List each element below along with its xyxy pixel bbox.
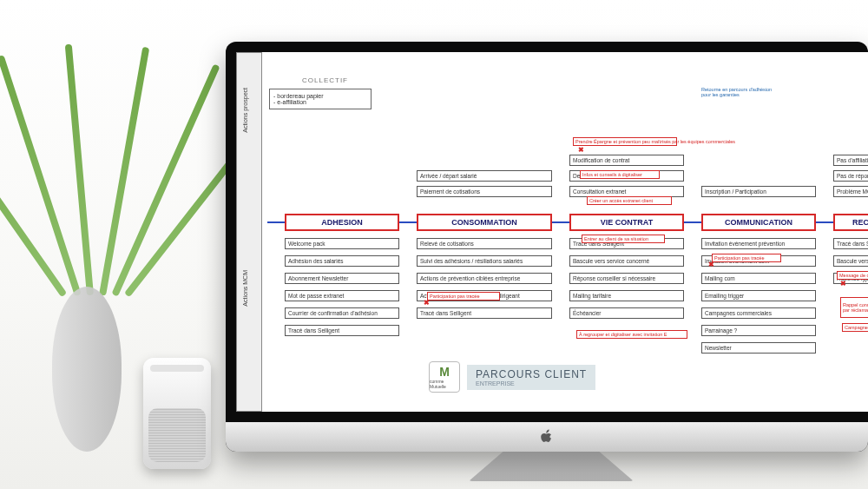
screen-content: Actions prospect Actions MCM COLLECTIF -… bbox=[236, 52, 868, 412]
collectif-heading: COLLECTIF bbox=[302, 76, 348, 84]
red-note: Créer un accès extranet client bbox=[587, 196, 672, 205]
stage-vie contrat: VIE CONTRAT bbox=[569, 214, 684, 231]
step-card: Suivi des adhésions / résiliations salar… bbox=[417, 255, 552, 267]
blue-note: Retourne en parcours d'adhésion pour les… bbox=[701, 87, 779, 97]
step-card: Inscription / Participation bbox=[701, 186, 816, 197]
red-note: Entrer au client de sa situation bbox=[582, 235, 665, 243]
scene: Actions prospect Actions MCM COLLECTIF -… bbox=[0, 0, 868, 489]
swimlane-gutter: Actions prospect Actions MCM bbox=[236, 52, 262, 412]
vase bbox=[52, 287, 122, 452]
diagram-content: COLLECTIF - bordereau papier - e-affilia… bbox=[267, 52, 868, 412]
step-card: Réponse conseiller si nécessaire bbox=[569, 273, 684, 284]
monitor: Actions prospect Actions MCM COLLECTIF -… bbox=[226, 42, 868, 452]
red-note: Infos et conseils à digitaliser bbox=[580, 170, 660, 179]
swimlane-label-mcm: Actions MCM bbox=[242, 270, 248, 307]
title-block: M comme Mutuelle PARCOURS CLIENT ENTREPR… bbox=[429, 361, 595, 393]
step-card: Abonnement Newsletter bbox=[285, 273, 399, 284]
step-card: Actions de prévention ciblées entreprise bbox=[417, 273, 552, 284]
step-card: Adhésion des salariés bbox=[285, 255, 399, 267]
collectif-item: - e-affiliation bbox=[273, 99, 367, 105]
step-card: Modification de contrat bbox=[569, 155, 684, 166]
diagram-title: PARCOURS CLIENT ENTREPRISE bbox=[467, 365, 595, 390]
smart-speaker bbox=[143, 358, 211, 469]
step-card: Welcome pack bbox=[285, 238, 399, 249]
step-card: Échéancier bbox=[569, 307, 684, 319]
stage-adhesion: ADHESION bbox=[285, 214, 399, 231]
apple-logo-icon bbox=[540, 429, 554, 445]
step-card: Courrier de confirmation d'adhésion bbox=[285, 307, 399, 319]
step-card: Pas de réponse / réponse différente / pa… bbox=[833, 170, 868, 182]
stage-consommation: CONSOMMATION bbox=[417, 214, 552, 231]
monitor-screen: Actions prospect Actions MCM COLLECTIF -… bbox=[226, 42, 868, 452]
red-note: Participation pas tracée bbox=[712, 254, 781, 262]
red-note: Participation pas tracée bbox=[427, 292, 500, 301]
step-card: Problème MCM bbox=[833, 186, 868, 197]
brand-logo: M comme Mutuelle bbox=[429, 361, 460, 393]
step-card: Pas d'affiliation salarié/résiliation bbox=[833, 155, 868, 166]
red-note: Prendre Épargne et prévention peu maîtri… bbox=[573, 137, 677, 146]
step-card: Mot de passe extranet bbox=[285, 290, 399, 301]
step-card: Newsletter bbox=[701, 342, 816, 354]
red-note: Rappel conseiller p ? N° de dossier par … bbox=[840, 297, 868, 318]
monitor-chin bbox=[226, 422, 868, 452]
step-card: Relevé de cotisations bbox=[417, 238, 552, 249]
collectif-item: - bordereau papier bbox=[273, 93, 367, 99]
stage-reclamation: RECLAMATION bbox=[833, 214, 868, 231]
red-note: À regrouper et digitaliser avec invitati… bbox=[576, 330, 687, 339]
red-note: Message de confirmation de prise en char… bbox=[837, 271, 868, 280]
stage-communication: COMMUNICATION bbox=[701, 214, 816, 231]
step-card: Tracé dans Selligent bbox=[285, 325, 399, 336]
step-card: Arrivée / départ salarié bbox=[417, 170, 552, 182]
step-card: Paiement de cotisations bbox=[417, 186, 552, 197]
step-card: Mailing tarifaire bbox=[569, 290, 684, 301]
step-card: Bascule vers service… bbox=[833, 255, 868, 267]
step-card: Campagnes commerciales bbox=[701, 307, 816, 319]
step-card: Mailing com bbox=[701, 273, 816, 284]
step-card: Bascule vers service concerné bbox=[569, 255, 684, 267]
step-card: Tracé dans Sel… bbox=[833, 238, 868, 249]
customer-journey-diagram: Actions prospect Actions MCM COLLECTIF -… bbox=[236, 52, 868, 412]
step-card: Parrainage ? bbox=[701, 325, 816, 336]
red-note: Campagne de resatisfaction client bbox=[842, 323, 868, 332]
step-card: Emailing trigger bbox=[701, 290, 816, 301]
step-card: Invitation événement prévention bbox=[701, 238, 816, 249]
step-card: Tracé dans Selligent bbox=[417, 307, 552, 319]
collectif-box: - bordereau papier - e-affiliation bbox=[269, 89, 372, 109]
swimlane-label-prospect: Actions prospect bbox=[242, 88, 248, 133]
